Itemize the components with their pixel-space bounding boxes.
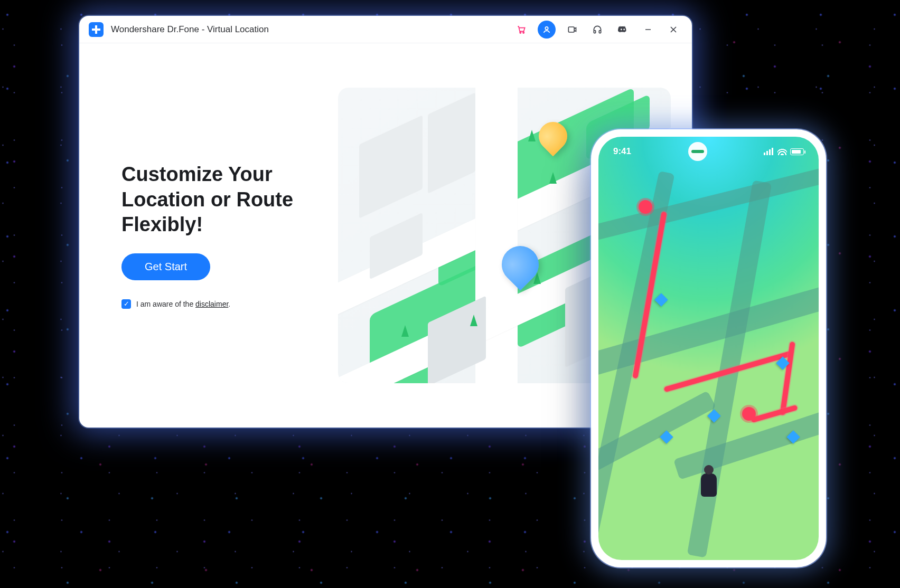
app-logo-icon xyxy=(89,22,104,37)
route-end-dot xyxy=(742,407,756,421)
user-icon[interactable] xyxy=(538,21,556,39)
disclaimer-link[interactable]: disclaimer xyxy=(195,300,228,308)
discord-icon[interactable] xyxy=(614,21,632,39)
screen-recorder-icon[interactable] xyxy=(563,21,581,39)
minimize-button[interactable] xyxy=(639,21,657,39)
titlebar: Wondershare Dr.Fone - Virtual Location xyxy=(79,16,692,43)
phone-statusbar: 9:41 xyxy=(598,142,819,161)
svg-rect-4 xyxy=(594,30,595,33)
hero-left-column: Customize Your Location or Route Flexibl… xyxy=(121,162,322,309)
svg-point-1 xyxy=(523,32,524,33)
battery-icon xyxy=(790,148,804,155)
hero-headline: Customize Your Location or Route Flexibl… xyxy=(121,162,322,238)
wifi-icon xyxy=(777,148,787,155)
disclaimer-text: I am aware of the disclaimer. xyxy=(136,300,230,308)
get-start-button[interactable]: Get Start xyxy=(121,253,210,280)
disclaimer-row: ✓ I am aware of the disclaimer. xyxy=(121,299,322,309)
headset-icon[interactable] xyxy=(588,21,606,39)
disclaimer-checkbox[interactable]: ✓ xyxy=(121,299,131,309)
svg-rect-3 xyxy=(568,27,574,32)
svg-rect-5 xyxy=(599,30,601,33)
route-start-dot xyxy=(639,200,652,214)
cart-icon[interactable] xyxy=(512,21,530,39)
player-avatar-icon xyxy=(701,473,717,497)
dynamic-island-icon xyxy=(688,142,707,161)
signal-icon xyxy=(764,148,774,155)
close-button[interactable] xyxy=(664,21,682,39)
window-title: Wondershare Dr.Fone - Virtual Location xyxy=(111,24,269,35)
svg-point-0 xyxy=(520,32,521,33)
phone-screen: 9:41 xyxy=(598,137,819,560)
status-time: 9:41 xyxy=(613,146,631,157)
phone-mock: 9:41 xyxy=(591,129,826,567)
svg-point-2 xyxy=(545,26,548,29)
